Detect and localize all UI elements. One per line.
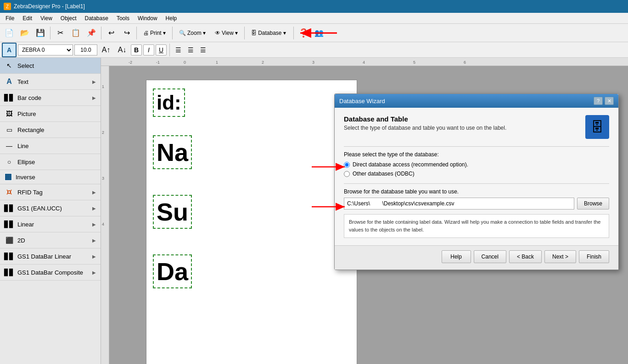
dialog-header: Database and Table Select the type of da… <box>344 115 609 139</box>
print-button[interactable]: 🖨 Print ▾ <box>139 27 170 39</box>
sidebar-item-rectangle[interactable]: ▭ Rectangle <box>0 122 101 138</box>
left-panel: ↖ Select A Text ▶ ▊▊ Bar code ▶ 🖼 Pictur… <box>0 58 101 364</box>
app-icon: Z <box>4 3 11 10</box>
sidebar-item-line[interactable]: — Line <box>0 138 101 154</box>
sep5 <box>244 27 245 39</box>
save-button[interactable]: 💾 <box>33 26 48 40</box>
menu-database[interactable]: Database <box>81 14 112 22</box>
undo-button[interactable]: ↩ <box>104 26 118 40</box>
dialog-divider-2 <box>344 183 609 184</box>
text-arrow: ▶ <box>92 79 96 84</box>
dialog-browse-section: Browse for the database table you want t… <box>344 188 609 210</box>
view-label: View ▾ <box>222 30 238 36</box>
next-button[interactable]: Next > <box>544 250 576 263</box>
font-grow-button[interactable]: A↑ <box>99 43 113 57</box>
users-button[interactable]: 👥 <box>312 26 326 40</box>
menu-object[interactable]: Object <box>57 14 80 22</box>
gs1-linear-label: GS1 DataBar Linear <box>17 253 71 260</box>
inverse-icon <box>5 173 12 181</box>
line-label: Line <box>17 143 29 149</box>
zoom-button[interactable]: 🔍 Zoom ▾ <box>175 27 210 39</box>
dialog-help-btn[interactable]: ? <box>594 97 603 105</box>
sidebar-item-linear[interactable]: ▊▊ Linear ▶ <box>0 216 101 232</box>
cancel-button[interactable]: Cancel <box>474 250 506 263</box>
dialog-browse-row: Browse <box>344 198 609 210</box>
dialog-radio-group: Direct database access (recommended opti… <box>344 161 609 177</box>
view-button[interactable]: 👁 View ▾ <box>211 27 242 39</box>
red-arrow-browse <box>312 201 348 212</box>
font-shrink-button[interactable]: A↓ <box>115 43 129 57</box>
menu-help[interactable]: Help <box>162 14 181 22</box>
help-dialog-button[interactable]: Help <box>442 250 471 263</box>
menu-tools[interactable]: Tools <box>113 14 133 22</box>
gs1-linear-arrow: ▶ <box>92 254 96 259</box>
text-tool-button[interactable]: A <box>2 43 17 57</box>
italic-button[interactable]: I <box>143 44 154 55</box>
redo-button[interactable]: ↪ <box>119 26 134 40</box>
font-size-input[interactable] <box>74 44 97 55</box>
sidebar-item-text[interactable]: A Text ▶ <box>0 74 101 90</box>
menu-window[interactable]: Window <box>134 14 161 22</box>
ruler-h-content: -2 -1 0 1 2 3 4 5 6 <box>101 58 628 66</box>
paste-button[interactable]: 📌 <box>84 26 99 40</box>
open-button[interactable]: 📂 <box>17 26 32 40</box>
barcode-label: Bar code <box>17 94 41 101</box>
dialog-title: Database Wizard <box>339 98 385 105</box>
sidebar-item-gs1-linear[interactable]: ▊▊ GS1 DataBar Linear ▶ <box>0 248 101 265</box>
sidebar-item-gs1[interactable]: ▊▊ GS1 (EAN.UCC) ▶ <box>0 200 101 216</box>
radio-odbc[interactable]: Other databases (ODBC) <box>344 171 609 177</box>
picture-icon: 🖼 <box>5 109 14 118</box>
print-icon: 🖨 <box>143 30 149 36</box>
radio-direct-input[interactable] <box>344 162 350 168</box>
sidebar-item-gs1-composite[interactable]: ▊▊ GS1 DataBar Composite ▶ <box>0 265 101 281</box>
cut-button[interactable]: ✂ <box>53 26 67 40</box>
barcode-arrow: ▶ <box>92 95 96 100</box>
sidebar-item-barcode[interactable]: ▊▊ Bar code ▶ <box>0 90 101 106</box>
font-toolbar: A ZEBRA 0 A↑ A↓ B I U ☰ ☰ ☰ <box>0 42 628 58</box>
database-button[interactable]: 🗄 Database ▾ <box>247 27 290 39</box>
sidebar-item-rfid[interactable]: RFID Tag ▶ <box>0 184 101 200</box>
new-button[interactable]: 📄 <box>2 26 17 40</box>
radio-direct-db[interactable]: Direct database access (recommended opti… <box>344 161 609 168</box>
font-family-select[interactable]: ZEBRA 0 <box>18 44 73 55</box>
back-button[interactable]: < Back <box>509 250 542 263</box>
select-label: Select <box>17 62 34 69</box>
dialog-title-buttons: ? ✕ <box>594 97 614 105</box>
red-arrow-direct-db <box>312 161 348 172</box>
align-left-button[interactable]: ☰ <box>173 44 184 55</box>
dialog-close-btn[interactable]: ✕ <box>605 97 614 105</box>
dialog-db-icon: 🗄 <box>585 115 609 139</box>
sidebar-item-2d[interactable]: ⬛ 2D ▶ <box>0 232 101 248</box>
browse-button[interactable]: Browse <box>577 198 609 210</box>
2d-label: 2D <box>17 237 25 244</box>
dialog-section-label: Please select the type of the database: <box>344 151 609 158</box>
copy-button[interactable]: 📋 <box>68 26 83 40</box>
sidebar-item-inverse[interactable]: Inverse <box>0 170 101 184</box>
select-icon: ↖ <box>5 61 14 70</box>
menu-file[interactable]: File <box>2 14 18 22</box>
gs1-arrow: ▶ <box>92 206 96 211</box>
menu-view[interactable]: View <box>37 14 56 22</box>
underline-button[interactable]: U <box>156 44 167 55</box>
sidebar-item-ellipse[interactable]: ○ Ellipse <box>0 154 101 170</box>
gs1-composite-icon: ▊▊ <box>5 268 14 277</box>
picture-label: Picture <box>17 110 36 117</box>
db-path-input[interactable] <box>344 198 574 210</box>
align-right-button[interactable]: ☰ <box>197 44 208 55</box>
rectangle-label: Rectangle <box>17 127 45 133</box>
bold-button[interactable]: B <box>131 44 142 55</box>
radio-odbc-input[interactable] <box>344 171 350 177</box>
menu-edit[interactable]: Edit <box>19 14 36 22</box>
line-icon: — <box>5 141 14 150</box>
dialog-info-text: Browse for the table containing label da… <box>349 219 600 232</box>
ellipse-label: Ellipse <box>17 159 35 165</box>
dialog-overlay: Database Wizard ? ✕ Database and Table <box>109 66 628 364</box>
text-icon: A <box>5 77 14 86</box>
sidebar-item-select[interactable]: ↖ Select <box>0 58 101 74</box>
help-button[interactable]: ❓ <box>296 26 311 40</box>
main-area: ↖ Select A Text ▶ ▊▊ Bar code ▶ 🖼 Pictur… <box>0 58 628 364</box>
database-icon: 🗄 <box>251 30 257 36</box>
align-center-button[interactable]: ☰ <box>185 44 196 55</box>
finish-button[interactable]: Finish <box>579 250 609 263</box>
sidebar-item-picture[interactable]: 🖼 Picture <box>0 106 101 122</box>
